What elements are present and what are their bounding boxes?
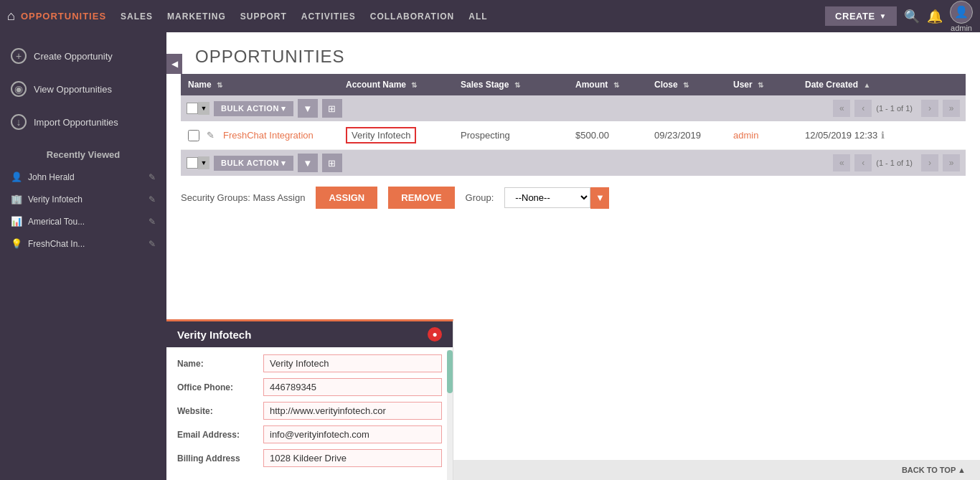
assign-button[interactable]: ASSIGN: [316, 187, 377, 209]
group-label: Group:: [466, 192, 494, 203]
page-title: OPPORTUNITIES: [195, 47, 958, 67]
field-value-email: info@verityinfotech.com: [263, 425, 442, 443]
group-select[interactable]: --None--: [504, 187, 590, 208]
col-sort-account: ⇅: [411, 81, 417, 89]
col-header-name[interactable]: Name ⇅: [188, 80, 346, 90]
filter-button[interactable]: ▼: [298, 99, 318, 118]
bottom-bulk-action-button[interactable]: BULK ACTION ▾: [214, 156, 293, 171]
admin-avatar[interactable]: 👤: [950, 1, 973, 24]
bottom-select-all-checkbox-dropdown[interactable]: ▼: [187, 156, 209, 169]
bottom-last-page-button[interactable]: »: [943, 154, 960, 171]
row-account-cell: Verity Infotech: [346, 127, 461, 143]
field-label-name: Name:: [177, 354, 256, 369]
nav-item-support[interactable]: SUPPORT: [240, 11, 287, 22]
col-sort-date: ▲: [863, 81, 870, 89]
bottom-pagination-info: (1 - 1 of 1): [876, 159, 913, 167]
rv-label-americal-tou: Americal Tou...: [28, 217, 143, 227]
col-header-stage[interactable]: Sales Stage ⇅: [461, 80, 575, 90]
columns-button[interactable]: ⊞: [322, 99, 342, 118]
sidebar-item-view-opportunities[interactable]: ◉ View Opportunities: [0, 72, 166, 105]
panel-scrollbar[interactable]: [447, 350, 453, 480]
sidebar-toggle-button[interactable]: ◀: [166, 54, 182, 74]
col-sort-amount: ⇅: [613, 81, 619, 89]
panel-field-name: Name: Verity Infotech: [177, 354, 442, 372]
rv-item-john-herald[interactable]: 👤 John Herald ✎: [0, 166, 166, 188]
info-icon[interactable]: ℹ: [881, 130, 885, 141]
bottom-prev-page-button[interactable]: ‹: [854, 154, 872, 171]
rv-edit-john-herald[interactable]: ✎: [149, 172, 156, 182]
panel-header: Verity Infotech ●: [166, 321, 453, 347]
last-page-button[interactable]: »: [943, 100, 960, 117]
search-icon-button[interactable]: 🔍: [904, 9, 920, 24]
table-header-row: Name ⇅ Account Name ⇅ Sales Stage ⇅ Amou…: [181, 74, 966, 95]
next-page-button[interactable]: ›: [921, 100, 938, 117]
nav-item-all[interactable]: ALL: [468, 11, 487, 22]
row-date-created-cell: 12/05/2019 12:33 ℹ: [805, 130, 958, 141]
main-layout: + Create Opportunity ◉ View Opportunitie…: [0, 32, 980, 480]
create-dropdown-arrow: ▼: [880, 12, 887, 20]
notifications-icon-button[interactable]: 🔔: [927, 9, 943, 24]
sidebar-item-label-view: View Opportunities: [34, 84, 112, 95]
col-header-user[interactable]: User ⇅: [733, 80, 805, 90]
row-user-cell: admin: [733, 130, 805, 141]
account-name-highlighted[interactable]: Verity Infotech: [346, 127, 416, 143]
pagination-info: (1 - 1 of 1): [876, 104, 913, 113]
bulk-action-button[interactable]: BULK ACTION ▾: [214, 101, 293, 116]
col-header-date-created[interactable]: Date Created ▲: [805, 80, 958, 90]
bottom-select-dropdown-arrow[interactable]: ▼: [198, 156, 209, 169]
panel-field-billing: Billing Address 1028 Kildeer Drive: [177, 449, 442, 467]
row-close-cell: 09/23/2019: [654, 130, 733, 141]
back-to-top-button[interactable]: BACK TO TOP ▲: [902, 466, 966, 474]
col-header-account[interactable]: Account Name ⇅: [346, 80, 461, 90]
field-value-name: Verity Infotech: [263, 354, 442, 372]
create-button[interactable]: CREATE ▼: [825, 6, 897, 26]
home-icon[interactable]: ⌂: [7, 9, 15, 24]
row-checkbox[interactable]: [188, 130, 199, 141]
bottom-first-page-button[interactable]: «: [833, 154, 850, 171]
create-opportunity-icon: +: [11, 48, 27, 64]
nav-item-sales[interactable]: SALES: [121, 11, 153, 22]
group-select-arrow[interactable]: ▼: [590, 187, 609, 209]
remove-button[interactable]: REMOVE: [388, 187, 454, 209]
nav-item-activities[interactable]: ACTIVITIES: [301, 11, 356, 22]
bottom-filter-button[interactable]: ▼: [298, 154, 318, 172]
rv-edit-americal-tou[interactable]: ✎: [149, 217, 156, 227]
sidebar-item-create-opportunity[interactable]: + Create Opportunity: [0, 39, 166, 72]
select-all-checkbox[interactable]: [187, 103, 198, 114]
rv-item-americal-tou[interactable]: 📊 Americal Tou... ✎: [0, 210, 166, 232]
rv-edit-verity-infotech[interactable]: ✎: [149, 194, 156, 204]
user-link[interactable]: admin: [733, 130, 758, 141]
row-edit-icon[interactable]: ✎: [207, 130, 215, 141]
col-header-amount[interactable]: Amount ⇅: [575, 80, 654, 90]
row-stage-cell: Prospecting: [461, 130, 575, 141]
bottom-columns-button[interactable]: ⊞: [322, 154, 342, 172]
verity-infotech-panel: Verity Infotech ● Name: Verity Infotech …: [166, 319, 453, 480]
select-all-checkbox-dropdown[interactable]: ▼: [187, 102, 209, 115]
nav-item-marketing[interactable]: MARKETING: [167, 11, 226, 22]
nav-brand[interactable]: OPPORTUNITIES: [21, 11, 106, 22]
recently-viewed-header: Recently Viewed: [0, 138, 166, 166]
rv-item-freshchat-in[interactable]: 💡 FreshChat In... ✎: [0, 232, 166, 255]
bottom-select-all-checkbox[interactable]: [187, 157, 198, 169]
col-header-close[interactable]: Close ⇅: [654, 80, 733, 90]
admin-label: admin: [951, 24, 972, 32]
rv-item-verity-infotech[interactable]: 🏢 Verity Infotech ✎: [0, 188, 166, 210]
opportunity-name-link[interactable]: FreshChat Integration: [223, 130, 314, 141]
panel-field-email: Email Address: info@verityinfotech.com: [177, 425, 442, 443]
panel-close-button[interactable]: ●: [428, 327, 442, 342]
prev-page-button[interactable]: ‹: [854, 100, 872, 117]
field-label-email: Email Address:: [177, 425, 256, 440]
bottom-next-page-button[interactable]: ›: [921, 154, 938, 171]
sidebar-item-label-create: Create Opportunity: [34, 51, 113, 62]
rv-edit-freshchat-in[interactable]: ✎: [149, 239, 156, 249]
security-groups-label: Security Groups: Mass Assign: [181, 192, 305, 203]
field-label-website: Website:: [177, 402, 256, 416]
sidebar-item-import-opportunities[interactable]: ↓ Import Opportunities: [0, 105, 166, 138]
opportunities-table: Name ⇅ Account Name ⇅ Sales Stage ⇅ Amou…: [181, 74, 966, 176]
first-page-button[interactable]: «: [833, 100, 850, 117]
field-label-phone: Office Phone:: [177, 378, 256, 392]
nav-item-collaboration[interactable]: COLLABORATION: [370, 11, 454, 22]
col-sort-stage: ⇅: [514, 81, 520, 89]
panel-field-website: Website: http://www.verityinfotech.cor: [177, 402, 442, 420]
select-dropdown-arrow[interactable]: ▼: [198, 102, 209, 115]
